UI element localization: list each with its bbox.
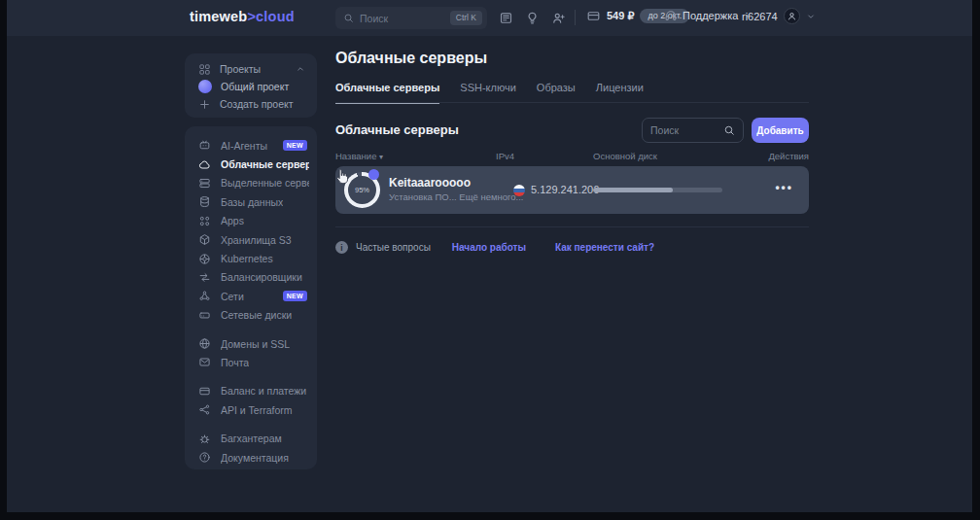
tab-bar: Облачные серверы SSH-ключи Образы Лиценз… [335, 82, 644, 104]
faq-label: Частые вопросы [356, 242, 431, 253]
logo-part2: cloud [256, 9, 295, 24]
server-status: Установка ПО... Ещё немного... [389, 191, 523, 202]
create-project-button[interactable]: Создать проект [198, 96, 305, 112]
headset-icon [664, 9, 678, 22]
mail-icon [198, 356, 211, 368]
sidebar-item-label: Документация [221, 452, 289, 464]
link-migrate-site[interactable]: Как перенести сайт? [555, 242, 654, 253]
page-title: Облачные серверы [335, 50, 487, 67]
apps-icon [198, 215, 211, 227]
sidebar-item-api-terraform[interactable]: API и Terraform [198, 400, 309, 419]
link-getting-started[interactable]: Начало работы [452, 242, 526, 253]
disk-usage-bar [593, 188, 722, 192]
sidebar-item-network-disks[interactable]: Сетевые диски [198, 306, 309, 325]
sidebar-item-dedicated-servers[interactable]: Выделенные серверы [198, 174, 309, 192]
chevron-up-icon [296, 64, 305, 74]
api-nodes-icon [198, 403, 211, 416]
new-badge: NEW [283, 291, 307, 301]
sidebar-item-mail[interactable]: Почта [198, 353, 309, 371]
sidebar-item-label: Облачные серверы [221, 158, 309, 170]
server-icon [198, 177, 211, 190]
sidebar-item-bughunters[interactable]: Багхантерам [198, 429, 309, 447]
disk-usage-fill [593, 188, 673, 192]
sidebar-item-label: Балансировщики [221, 271, 302, 283]
logo-separator: > [247, 9, 256, 24]
current-project-label: Общий проект [221, 81, 289, 92]
sidebar-item-databases[interactable]: Базы данных [198, 192, 309, 211]
news-icon [499, 11, 513, 25]
server-name: Keitaaarooooo [389, 176, 471, 190]
sidebar-item-ai-agents[interactable]: AI-АгентыNEW [198, 136, 309, 155]
ai-chip-icon [198, 139, 211, 152]
sidebar-menu: AI-АгентыNEW Облачные серверы Выделенные… [185, 126, 317, 469]
swap-arrows-icon [198, 271, 211, 284]
sidebar-item-balance-payments[interactable]: Баланс и платежи [198, 382, 309, 400]
balance-amount: 549 ₽ [607, 10, 634, 22]
search-icon [723, 124, 735, 136]
changelog-button[interactable] [497, 9, 514, 26]
global-search-input[interactable] [354, 13, 450, 24]
sidebar-item-cloud-servers[interactable]: Облачные серверы [198, 155, 309, 173]
column-header-ipv4: IPv4 [496, 151, 514, 161]
server-ip: 5.129.241.206 [531, 184, 599, 195]
search-icon [343, 13, 354, 23]
tab-cloud-servers[interactable]: Облачные серверы [335, 82, 439, 104]
support-menu[interactable]: Поддержка [664, 9, 752, 22]
person-add-icon [551, 11, 566, 25]
global-search[interactable]: Ctrl K [335, 7, 487, 29]
user-icon [787, 11, 797, 21]
sidebar-item-documentation[interactable]: Документация [198, 448, 309, 467]
sidebar-item-kubernetes[interactable]: Kubernetes [198, 249, 309, 267]
question-circle-icon [198, 451, 211, 464]
add-server-button[interactable]: Добавить [752, 118, 809, 143]
create-project-label: Создать проект [220, 98, 294, 110]
info-icon: i [335, 241, 348, 254]
screen: timeweb>cloud Ctrl K 549 ₽ до 2 окт. Под… [0, 0, 980, 520]
sidebar-item-networks[interactable]: СетиNEW [198, 287, 309, 305]
status-dot [368, 169, 379, 180]
table-bottom-divider [335, 226, 809, 227]
table-search[interactable] [642, 118, 744, 143]
referral-button[interactable] [549, 9, 567, 26]
lightbulb-icon [525, 11, 540, 25]
projects-header[interactable]: Проекты [198, 61, 305, 77]
sort-caret-icon: ▾ [379, 153, 383, 161]
tab-images[interactable]: Образы [537, 82, 576, 104]
sidebar-item-label: Багхантерам [221, 433, 282, 444]
table-search-input[interactable] [650, 124, 723, 136]
column-header-name[interactable]: Название ▾ [335, 151, 383, 161]
projects-grid-icon [198, 63, 211, 76]
projects-panel: Проекты Общий проект Создать проект [185, 53, 317, 118]
user-menu[interactable]: ri62674 [742, 8, 816, 24]
sidebar-item-label: Сетевые диски [221, 309, 292, 321]
row-actions-button[interactable]: ••• [775, 181, 793, 194]
sidebar-item-label: API и Terraform [221, 404, 293, 416]
tab-ssh-keys[interactable]: SSH-ключи [460, 82, 516, 104]
bug-icon [198, 433, 211, 445]
sidebar-item-apps[interactable]: Apps [198, 212, 309, 230]
timeweb-cloud-logo[interactable]: timeweb>cloud [190, 9, 295, 24]
sidebar-item-label: Базы данных [221, 196, 283, 208]
disk-icon [198, 309, 211, 322]
chevron-down-icon [806, 12, 816, 21]
sidebar-item-label: AI-Агенты [221, 140, 267, 152]
ideas-button[interactable] [523, 9, 541, 26]
sidebar-item-label: Почта [221, 357, 249, 368]
tab-licenses[interactable]: Лицензии [596, 82, 644, 104]
network-nodes-icon [198, 290, 211, 302]
sidebar-item-label: Выделенные серверы [221, 177, 309, 189]
sidebar-item-domains-ssl[interactable]: Домены и SSL [198, 334, 309, 353]
user-name: ri62674 [742, 11, 778, 22]
server-row[interactable]: 95% Keitaaarooooo Установка ПО... Ещё не… [335, 166, 809, 214]
mouse-cursor [333, 168, 350, 185]
box-icon [198, 233, 211, 246]
sidebar-item-balancers[interactable]: Балансировщики [198, 268, 309, 287]
search-shortcut-badge: Ctrl K [450, 11, 482, 25]
ru-flag-icon [513, 185, 525, 196]
faq-links: i Частые вопросы Начало работы Как перен… [335, 241, 676, 254]
new-badge: NEW [283, 140, 307, 151]
top-header: timeweb>cloud Ctrl K 549 ₽ до 2 окт. Под… [7, 0, 972, 36]
sidebar-item-label: Kubernetes [221, 253, 273, 264]
sidebar-item-s3-storage[interactable]: Хранилища S3 [198, 230, 309, 249]
current-project[interactable]: Общий проект [198, 79, 305, 94]
